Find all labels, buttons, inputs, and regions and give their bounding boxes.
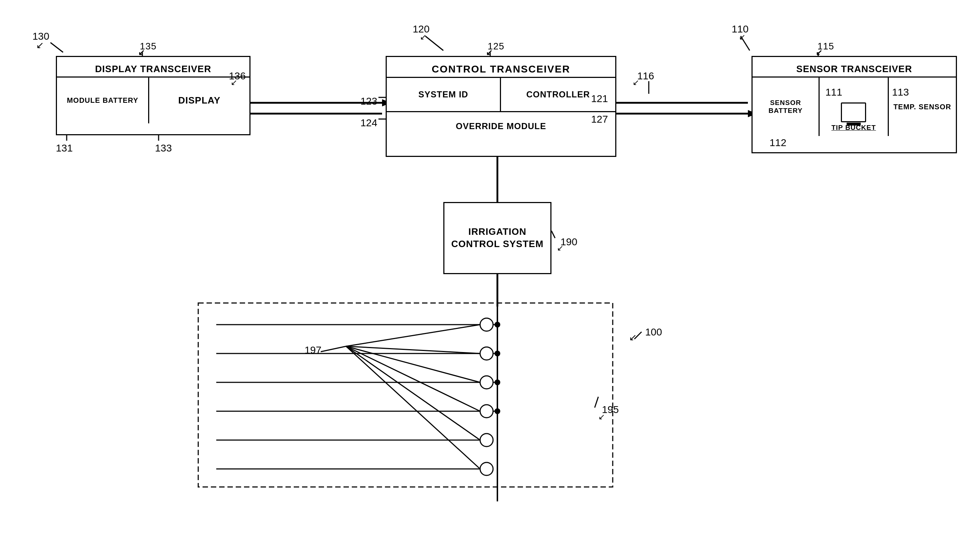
irrigation-control-system-box: IRRIGATION CONTROL SYSTEM: [443, 202, 552, 274]
svg-line-5: [425, 36, 443, 51]
ref-131: 131: [56, 142, 73, 154]
control-transceiver-label: CONTROL TRANSCEIVER: [387, 61, 615, 77]
svg-point-35: [495, 322, 500, 327]
ref-197: 197: [305, 345, 321, 356]
svg-rect-58: [198, 303, 613, 487]
ref-121: 121: [591, 93, 608, 105]
system-id-label: SYSTEM ID: [418, 89, 468, 99]
ref-100: 100: [645, 326, 662, 338]
ref-124: 124: [360, 117, 377, 129]
sensor-transceiver-label: SENSOR TRANSCEIVER: [752, 61, 956, 77]
svg-point-43: [495, 380, 500, 385]
svg-line-57: [346, 346, 480, 469]
svg-line-56: [346, 346, 480, 440]
module-battery-label: MODULE BATTERY: [67, 96, 138, 105]
svg-line-52: [346, 325, 480, 346]
svg-point-51: [480, 463, 493, 476]
ref-111: 111: [826, 86, 842, 98]
module-battery-box: MODULE BATTERY: [57, 78, 149, 123]
svg-point-47: [495, 408, 500, 414]
svg-point-45: [480, 405, 493, 418]
ref-133: 133: [155, 142, 172, 154]
svg-line-53: [346, 346, 480, 353]
svg-line-29: [595, 397, 598, 408]
ref-116: 116: [637, 70, 654, 82]
control-transceiver-box: 125 ↙ CONTROL TRANSCEIVER SYSTEM ID CONT…: [386, 56, 616, 157]
system-id-box: SYSTEM ID: [387, 78, 501, 111]
ref-123: 123: [360, 96, 377, 107]
svg-point-41: [480, 376, 493, 389]
svg-point-37: [480, 347, 493, 360]
controller-label: CONTROLLER: [526, 89, 590, 99]
svg-point-33: [480, 318, 493, 331]
override-module-label: OVERRIDE MODULE: [456, 121, 546, 131]
diagram: 130 ↙ 135 ↙ DISPLAY TRANSCEIVER MODULE B…: [0, 0, 980, 549]
ref-127: 127: [591, 113, 608, 125]
display-transceiver-label: DISPLAY TRANSCEIVER: [57, 61, 250, 77]
svg-point-39: [495, 351, 500, 356]
ref-113: 113: [892, 86, 909, 98]
svg-line-30: [321, 346, 346, 352]
svg-line-55: [346, 346, 480, 411]
temp-sensor-label: TEMP. SENSOR: [894, 103, 951, 111]
sensor-battery-box: SENSOR BATTERY: [752, 78, 819, 136]
ref-112: 112: [770, 137, 786, 148]
svg-line-2: [51, 43, 63, 52]
sensor-battery-label: SENSOR BATTERY: [754, 99, 817, 115]
irrigation-control-system-label: IRRIGATION CONTROL SYSTEM: [448, 226, 547, 251]
display-transceiver-box: 135 ↙ DISPLAY TRANSCEIVER MODULE BATTERY…: [56, 56, 250, 135]
svg-point-49: [480, 434, 493, 447]
display-label: DISPLAY: [178, 95, 221, 106]
svg-line-54: [346, 346, 480, 382]
svg-line-27: [552, 231, 555, 238]
